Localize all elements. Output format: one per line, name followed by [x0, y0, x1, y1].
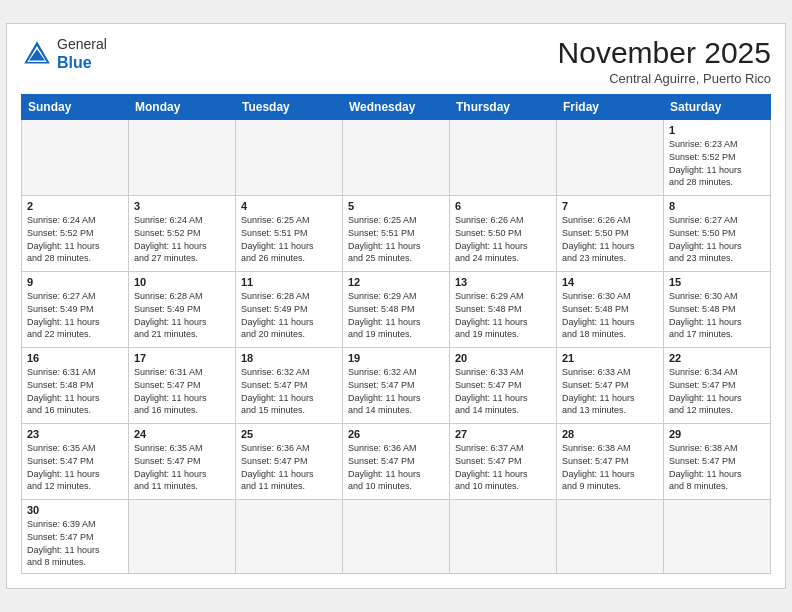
calendar-cell: 4Sunrise: 6:25 AMSunset: 5:51 PMDaylight… [236, 196, 343, 272]
day-info: Sunrise: 6:33 AMSunset: 5:47 PMDaylight:… [455, 366, 551, 416]
calendar-cell: 11Sunrise: 6:28 AMSunset: 5:49 PMDayligh… [236, 272, 343, 348]
calendar-cell: 7Sunrise: 6:26 AMSunset: 5:50 PMDaylight… [557, 196, 664, 272]
day-header-thursday: Thursday [450, 95, 557, 120]
day-number: 28 [562, 428, 658, 440]
day-header-tuesday: Tuesday [236, 95, 343, 120]
calendar-table: SundayMondayTuesdayWednesdayThursdayFrid… [21, 94, 771, 573]
day-number: 22 [669, 352, 765, 364]
day-number: 3 [134, 200, 230, 212]
day-info: Sunrise: 6:36 AMSunset: 5:47 PMDaylight:… [348, 442, 444, 492]
day-info: Sunrise: 6:32 AMSunset: 5:47 PMDaylight:… [241, 366, 337, 416]
calendar-cell: 28Sunrise: 6:38 AMSunset: 5:47 PMDayligh… [557, 424, 664, 500]
calendar-cell: 1Sunrise: 6:23 AMSunset: 5:52 PMDaylight… [664, 120, 771, 196]
calendar-cell: 14Sunrise: 6:30 AMSunset: 5:48 PMDayligh… [557, 272, 664, 348]
day-number: 16 [27, 352, 123, 364]
calendar-cell: 21Sunrise: 6:33 AMSunset: 5:47 PMDayligh… [557, 348, 664, 424]
calendar-cell: 13Sunrise: 6:29 AMSunset: 5:48 PMDayligh… [450, 272, 557, 348]
day-info: Sunrise: 6:35 AMSunset: 5:47 PMDaylight:… [134, 442, 230, 492]
day-header-friday: Friday [557, 95, 664, 120]
day-number: 9 [27, 276, 123, 288]
day-info: Sunrise: 6:32 AMSunset: 5:47 PMDaylight:… [348, 366, 444, 416]
day-info: Sunrise: 6:24 AMSunset: 5:52 PMDaylight:… [27, 214, 123, 264]
day-header-sunday: Sunday [22, 95, 129, 120]
day-info: Sunrise: 6:39 AMSunset: 5:47 PMDaylight:… [27, 518, 123, 568]
day-info: Sunrise: 6:28 AMSunset: 5:49 PMDaylight:… [241, 290, 337, 340]
day-info: Sunrise: 6:24 AMSunset: 5:52 PMDaylight:… [134, 214, 230, 264]
day-number: 23 [27, 428, 123, 440]
calendar-cell: 25Sunrise: 6:36 AMSunset: 5:47 PMDayligh… [236, 424, 343, 500]
calendar-cell [557, 120, 664, 196]
calendar-cell: 27Sunrise: 6:37 AMSunset: 5:47 PMDayligh… [450, 424, 557, 500]
day-number: 15 [669, 276, 765, 288]
day-number: 20 [455, 352, 551, 364]
day-header-monday: Monday [129, 95, 236, 120]
day-info: Sunrise: 6:27 AMSunset: 5:49 PMDaylight:… [27, 290, 123, 340]
calendar-cell: 8Sunrise: 6:27 AMSunset: 5:50 PMDaylight… [664, 196, 771, 272]
day-number: 24 [134, 428, 230, 440]
day-number: 17 [134, 352, 230, 364]
calendar-cell: 23Sunrise: 6:35 AMSunset: 5:47 PMDayligh… [22, 424, 129, 500]
logo-icon [21, 38, 53, 70]
calendar-cell: 18Sunrise: 6:32 AMSunset: 5:47 PMDayligh… [236, 348, 343, 424]
day-number: 1 [669, 124, 765, 136]
day-number: 6 [455, 200, 551, 212]
day-number: 19 [348, 352, 444, 364]
day-info: Sunrise: 6:29 AMSunset: 5:48 PMDaylight:… [348, 290, 444, 340]
logo-general-text: General [57, 36, 107, 53]
calendar-cell: 17Sunrise: 6:31 AMSunset: 5:47 PMDayligh… [129, 348, 236, 424]
calendar-cell: 19Sunrise: 6:32 AMSunset: 5:47 PMDayligh… [343, 348, 450, 424]
calendar-container: General Blue November 2025 Central Aguir… [6, 23, 786, 588]
calendar-cell: 5Sunrise: 6:25 AMSunset: 5:51 PMDaylight… [343, 196, 450, 272]
calendar-cell [22, 120, 129, 196]
day-info: Sunrise: 6:25 AMSunset: 5:51 PMDaylight:… [241, 214, 337, 264]
day-info: Sunrise: 6:23 AMSunset: 5:52 PMDaylight:… [669, 138, 765, 188]
day-info: Sunrise: 6:26 AMSunset: 5:50 PMDaylight:… [455, 214, 551, 264]
day-number: 30 [27, 504, 123, 516]
day-number: 21 [562, 352, 658, 364]
day-info: Sunrise: 6:36 AMSunset: 5:47 PMDaylight:… [241, 442, 337, 492]
day-number: 29 [669, 428, 765, 440]
day-info: Sunrise: 6:31 AMSunset: 5:48 PMDaylight:… [27, 366, 123, 416]
day-number: 18 [241, 352, 337, 364]
day-header-saturday: Saturday [664, 95, 771, 120]
day-info: Sunrise: 6:27 AMSunset: 5:50 PMDaylight:… [669, 214, 765, 264]
calendar-cell: 20Sunrise: 6:33 AMSunset: 5:47 PMDayligh… [450, 348, 557, 424]
day-info: Sunrise: 6:25 AMSunset: 5:51 PMDaylight:… [348, 214, 444, 264]
calendar-cell: 6Sunrise: 6:26 AMSunset: 5:50 PMDaylight… [450, 196, 557, 272]
calendar-cell: 29Sunrise: 6:38 AMSunset: 5:47 PMDayligh… [664, 424, 771, 500]
day-number: 8 [669, 200, 765, 212]
calendar-cell: 3Sunrise: 6:24 AMSunset: 5:52 PMDaylight… [129, 196, 236, 272]
calendar-cell: 16Sunrise: 6:31 AMSunset: 5:48 PMDayligh… [22, 348, 129, 424]
calendar-cell: 2Sunrise: 6:24 AMSunset: 5:52 PMDaylight… [22, 196, 129, 272]
day-info: Sunrise: 6:33 AMSunset: 5:47 PMDaylight:… [562, 366, 658, 416]
day-number: 27 [455, 428, 551, 440]
day-number: 4 [241, 200, 337, 212]
day-number: 11 [241, 276, 337, 288]
calendar-cell: 9Sunrise: 6:27 AMSunset: 5:49 PMDaylight… [22, 272, 129, 348]
calendar-cell: 22Sunrise: 6:34 AMSunset: 5:47 PMDayligh… [664, 348, 771, 424]
day-number: 26 [348, 428, 444, 440]
calendar-cell: 10Sunrise: 6:28 AMSunset: 5:49 PMDayligh… [129, 272, 236, 348]
calendar-cell [129, 500, 236, 573]
day-header-row: SundayMondayTuesdayWednesdayThursdayFrid… [22, 95, 771, 120]
calendar-cell: 26Sunrise: 6:36 AMSunset: 5:47 PMDayligh… [343, 424, 450, 500]
day-info: Sunrise: 6:29 AMSunset: 5:48 PMDaylight:… [455, 290, 551, 340]
day-number: 2 [27, 200, 123, 212]
day-info: Sunrise: 6:31 AMSunset: 5:47 PMDaylight:… [134, 366, 230, 416]
day-info: Sunrise: 6:37 AMSunset: 5:47 PMDaylight:… [455, 442, 551, 492]
header: General Blue November 2025 Central Aguir… [21, 36, 771, 86]
calendar-cell [450, 120, 557, 196]
day-info: Sunrise: 6:38 AMSunset: 5:47 PMDaylight:… [669, 442, 765, 492]
calendar-cell: 30Sunrise: 6:39 AMSunset: 5:47 PMDayligh… [22, 500, 129, 573]
day-header-wednesday: Wednesday [343, 95, 450, 120]
location: Central Aguirre, Puerto Rico [558, 71, 771, 86]
day-number: 12 [348, 276, 444, 288]
day-info: Sunrise: 6:34 AMSunset: 5:47 PMDaylight:… [669, 366, 765, 416]
day-number: 25 [241, 428, 337, 440]
calendar-cell [450, 500, 557, 573]
day-number: 5 [348, 200, 444, 212]
day-info: Sunrise: 6:35 AMSunset: 5:47 PMDaylight:… [27, 442, 123, 492]
calendar-cell [343, 500, 450, 573]
month-title: November 2025 [558, 36, 771, 69]
calendar-cell [557, 500, 664, 573]
